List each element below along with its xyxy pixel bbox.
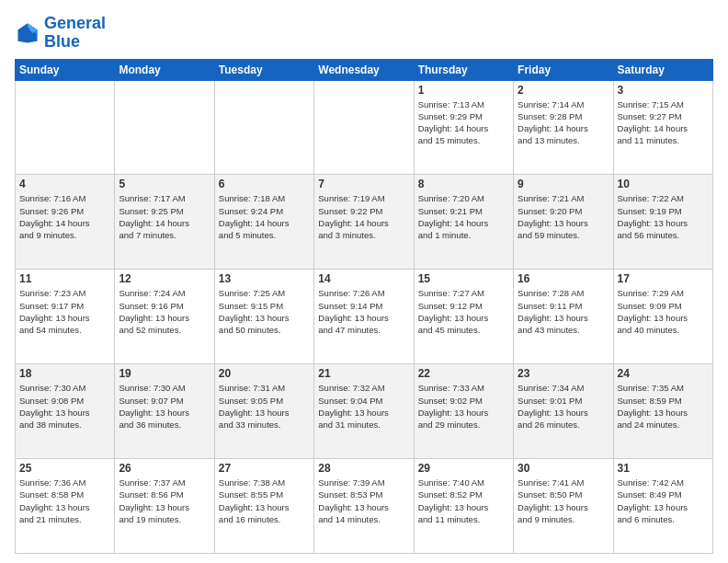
day-number: 3 <box>618 84 709 97</box>
day-number: 26 <box>119 462 210 475</box>
day-number: 12 <box>119 272 210 285</box>
cell-1-1 <box>16 80 115 175</box>
day-info: Sunrise: 7:30 AM Sunset: 9:08 PM Dayligh… <box>19 382 110 431</box>
day-info: Sunrise: 7:29 AM Sunset: 9:09 PM Dayligh… <box>618 287 709 336</box>
day-number: 2 <box>518 84 609 97</box>
header: GeneralBlue <box>15 15 713 52</box>
day-number: 23 <box>518 367 609 380</box>
day-number: 17 <box>618 272 709 285</box>
week-row-4: 18Sunrise: 7:30 AM Sunset: 9:08 PM Dayli… <box>16 364 713 459</box>
day-number: 1 <box>418 84 509 97</box>
day-info: Sunrise: 7:35 AM Sunset: 8:59 PM Dayligh… <box>618 382 709 431</box>
day-info: Sunrise: 7:32 AM Sunset: 9:04 PM Dayligh… <box>318 382 409 431</box>
day-info: Sunrise: 7:37 AM Sunset: 8:56 PM Dayligh… <box>119 477 210 525</box>
day-info: Sunrise: 7:38 AM Sunset: 8:55 PM Dayligh… <box>219 477 310 525</box>
cell-2-3: 6Sunrise: 7:18 AM Sunset: 9:24 PM Daylig… <box>214 175 313 270</box>
cell-4-4: 21Sunrise: 7:32 AM Sunset: 9:04 PM Dayli… <box>314 364 414 459</box>
day-number: 29 <box>418 462 509 475</box>
day-number: 28 <box>318 462 409 475</box>
cell-1-5: 1Sunrise: 7:13 AM Sunset: 9:29 PM Daylig… <box>414 80 513 175</box>
day-number: 16 <box>518 272 609 285</box>
day-info: Sunrise: 7:30 AM Sunset: 9:07 PM Dayligh… <box>119 382 210 431</box>
day-number: 24 <box>618 367 709 380</box>
day-info: Sunrise: 7:15 AM Sunset: 9:27 PM Dayligh… <box>618 98 709 147</box>
calendar-header-row: SundayMondayTuesdayWednesdayThursdayFrid… <box>16 59 713 80</box>
page: GeneralBlue SundayMondayTuesdayWednesday… <box>0 0 728 563</box>
cell-3-5: 15Sunrise: 7:27 AM Sunset: 9:12 PM Dayli… <box>414 270 513 364</box>
day-info: Sunrise: 7:40 AM Sunset: 8:52 PM Dayligh… <box>418 477 509 525</box>
day-info: Sunrise: 7:39 AM Sunset: 8:53 PM Dayligh… <box>318 477 409 525</box>
cell-2-1: 4Sunrise: 7:16 AM Sunset: 9:26 PM Daylig… <box>16 175 115 270</box>
cell-2-2: 5Sunrise: 7:17 AM Sunset: 9:25 PM Daylig… <box>115 175 214 270</box>
day-info: Sunrise: 7:26 AM Sunset: 9:14 PM Dayligh… <box>318 287 409 336</box>
cell-1-7: 3Sunrise: 7:15 AM Sunset: 9:27 PM Daylig… <box>613 80 712 175</box>
day-number: 9 <box>518 178 609 190</box>
cell-3-4: 14Sunrise: 7:26 AM Sunset: 9:14 PM Dayli… <box>314 270 414 364</box>
cell-2-4: 7Sunrise: 7:19 AM Sunset: 9:22 PM Daylig… <box>314 175 414 270</box>
day-number: 8 <box>418 178 509 190</box>
day-info: Sunrise: 7:42 AM Sunset: 8:49 PM Dayligh… <box>618 477 709 525</box>
day-number: 27 <box>219 462 310 475</box>
day-info: Sunrise: 7:24 AM Sunset: 9:16 PM Dayligh… <box>119 287 210 336</box>
header-wednesday: Wednesday <box>314 59 414 80</box>
day-number: 19 <box>119 367 210 380</box>
cell-1-4 <box>314 80 414 175</box>
cell-3-7: 17Sunrise: 7:29 AM Sunset: 9:09 PM Dayli… <box>613 270 712 364</box>
day-number: 18 <box>19 367 110 380</box>
day-number: 11 <box>19 272 110 285</box>
calendar-table: SundayMondayTuesdayWednesdayThursdayFrid… <box>15 59 713 554</box>
day-number: 31 <box>618 462 709 475</box>
cell-4-2: 19Sunrise: 7:30 AM Sunset: 9:07 PM Dayli… <box>115 364 214 459</box>
day-info: Sunrise: 7:41 AM Sunset: 8:50 PM Dayligh… <box>518 477 609 525</box>
day-info: Sunrise: 7:17 AM Sunset: 9:25 PM Dayligh… <box>119 192 210 241</box>
cell-5-4: 28Sunrise: 7:39 AM Sunset: 8:53 PM Dayli… <box>314 459 414 554</box>
day-info: Sunrise: 7:34 AM Sunset: 9:01 PM Dayligh… <box>518 382 609 431</box>
cell-5-3: 27Sunrise: 7:38 AM Sunset: 8:55 PM Dayli… <box>214 459 313 554</box>
day-info: Sunrise: 7:25 AM Sunset: 9:15 PM Dayligh… <box>219 287 310 336</box>
cell-2-7: 10Sunrise: 7:22 AM Sunset: 9:19 PM Dayli… <box>613 175 712 270</box>
header-friday: Friday <box>514 59 613 80</box>
cell-5-2: 26Sunrise: 7:37 AM Sunset: 8:56 PM Dayli… <box>115 459 214 554</box>
day-number: 6 <box>219 178 310 190</box>
day-number: 4 <box>19 178 110 190</box>
cell-5-7: 31Sunrise: 7:42 AM Sunset: 8:49 PM Dayli… <box>613 459 712 554</box>
cell-4-3: 20Sunrise: 7:31 AM Sunset: 9:05 PM Dayli… <box>214 364 313 459</box>
day-number: 7 <box>318 178 409 190</box>
day-info: Sunrise: 7:18 AM Sunset: 9:24 PM Dayligh… <box>219 192 310 241</box>
cell-5-6: 30Sunrise: 7:41 AM Sunset: 8:50 PM Dayli… <box>514 459 613 554</box>
week-row-3: 11Sunrise: 7:23 AM Sunset: 9:17 PM Dayli… <box>16 270 713 364</box>
day-number: 22 <box>418 367 509 380</box>
cell-3-1: 11Sunrise: 7:23 AM Sunset: 9:17 PM Dayli… <box>16 270 115 364</box>
header-thursday: Thursday <box>414 59 513 80</box>
day-info: Sunrise: 7:20 AM Sunset: 9:21 PM Dayligh… <box>418 192 509 241</box>
day-number: 13 <box>219 272 310 285</box>
day-number: 20 <box>219 367 310 380</box>
day-info: Sunrise: 7:16 AM Sunset: 9:26 PM Dayligh… <box>19 192 110 241</box>
cell-3-2: 12Sunrise: 7:24 AM Sunset: 9:16 PM Dayli… <box>115 270 214 364</box>
cell-4-6: 23Sunrise: 7:34 AM Sunset: 9:01 PM Dayli… <box>514 364 613 459</box>
day-info: Sunrise: 7:14 AM Sunset: 9:28 PM Dayligh… <box>518 98 609 147</box>
cell-5-1: 25Sunrise: 7:36 AM Sunset: 8:58 PM Dayli… <box>16 459 115 554</box>
day-number: 25 <box>19 462 110 475</box>
week-row-1: 1Sunrise: 7:13 AM Sunset: 9:29 PM Daylig… <box>16 80 713 175</box>
day-number: 14 <box>318 272 409 285</box>
header-monday: Monday <box>115 59 214 80</box>
day-info: Sunrise: 7:19 AM Sunset: 9:22 PM Dayligh… <box>318 192 409 241</box>
header-saturday: Saturday <box>613 59 712 80</box>
cell-2-5: 8Sunrise: 7:20 AM Sunset: 9:21 PM Daylig… <box>414 175 513 270</box>
logo-icon <box>15 20 40 46</box>
header-sunday: Sunday <box>16 59 115 80</box>
cell-5-5: 29Sunrise: 7:40 AM Sunset: 8:52 PM Dayli… <box>414 459 513 554</box>
day-number: 10 <box>618 178 709 190</box>
day-info: Sunrise: 7:13 AM Sunset: 9:29 PM Dayligh… <box>418 98 509 147</box>
day-info: Sunrise: 7:36 AM Sunset: 8:58 PM Dayligh… <box>19 477 110 525</box>
day-number: 5 <box>119 178 210 190</box>
day-number: 30 <box>518 462 609 475</box>
week-row-5: 25Sunrise: 7:36 AM Sunset: 8:58 PM Dayli… <box>16 459 713 554</box>
cell-4-5: 22Sunrise: 7:33 AM Sunset: 9:02 PM Dayli… <box>414 364 513 459</box>
cell-1-2 <box>115 80 214 175</box>
day-info: Sunrise: 7:23 AM Sunset: 9:17 PM Dayligh… <box>19 287 110 336</box>
day-number: 15 <box>418 272 509 285</box>
day-info: Sunrise: 7:22 AM Sunset: 9:19 PM Dayligh… <box>618 192 709 241</box>
day-info: Sunrise: 7:33 AM Sunset: 9:02 PM Dayligh… <box>418 382 509 431</box>
